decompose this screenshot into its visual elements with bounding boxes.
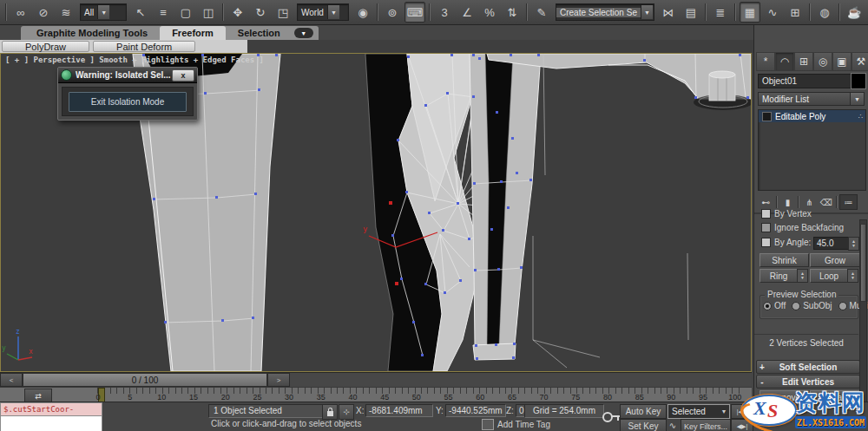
schematic-view-icon[interactable]: ⊞ — [785, 2, 806, 23]
radio-icon[interactable] — [763, 302, 772, 310]
collapse-icon[interactable]: - — [757, 377, 767, 387]
angle-snap-icon[interactable]: ∠ — [457, 2, 477, 23]
maxscript-listener-line[interactable]: $.cutStartCoor- — [0, 402, 102, 416]
shrink-button[interactable]: Shrink — [760, 253, 809, 267]
grow-button[interactable]: Grow — [810, 253, 860, 267]
material-editor-icon[interactable]: ◍ — [814, 2, 835, 23]
radio-icon[interactable] — [838, 302, 847, 310]
tab-polydraw[interactable]: PolyDraw — [2, 41, 89, 52]
graphite-ribbon-toggle-icon[interactable]: ▦ — [740, 2, 760, 23]
hierarchy-tab-icon[interactable]: ⊞ — [794, 52, 813, 71]
spinner-down-icon[interactable]: ▼ — [852, 244, 856, 248]
auto-key-button[interactable]: Auto Key — [620, 404, 667, 419]
edit-named-selections-icon[interactable]: ✎ — [531, 2, 552, 23]
checkbox-icon[interactable] — [761, 238, 771, 247]
viewport-label[interactable]: [ + ] Perspective ] Smooth + Highlights … — [5, 56, 264, 64]
ring-spinner[interactable]: ▲ ▼ — [797, 269, 808, 283]
checkbox-icon[interactable] — [761, 209, 771, 219]
tab-selection[interactable]: Selection — [226, 26, 293, 40]
radio-subobj[interactable]: SubObj — [792, 301, 832, 310]
edit-vertices-rollout[interactable]: - Edit Vertices — [756, 375, 860, 389]
dialog-titlebar[interactable]: Warning: Isolated Sel... x — [58, 68, 197, 83]
spinner-snap-icon[interactable]: ⇅ — [502, 2, 523, 23]
loop-spinner[interactable]: ▲ ▼ — [847, 269, 858, 283]
chevron-down-icon[interactable]: ▼ — [327, 5, 339, 19]
layer-manager-icon[interactable]: ≣ — [710, 2, 731, 23]
spinner-down-icon[interactable]: ▼ — [851, 276, 855, 280]
soft-selection-rollout[interactable]: + Soft Selection — [756, 360, 860, 374]
loop-button[interactable]: Loop — [810, 269, 848, 283]
window-crossing-icon[interactable]: ◫ — [198, 2, 219, 23]
previous-frame-button[interactable]: < — [0, 373, 23, 387]
angle-spinner[interactable]: ▲ ▼ — [848, 237, 859, 251]
remove-modifier-icon[interactable]: ⌫ — [818, 195, 834, 209]
ring-button[interactable]: Ring — [760, 269, 798, 283]
by-vertex-checkbox[interactable]: By Vertex — [761, 209, 812, 219]
set-key-button[interactable]: Set Key — [620, 419, 667, 431]
modify-tab-icon[interactable]: ◠ — [775, 52, 794, 71]
modifier-stack[interactable]: Editable Poly ∴ — [758, 109, 866, 191]
object-color-swatch[interactable] — [851, 73, 866, 89]
exit-isolation-mode-button[interactable]: Exit Isolation Mode — [69, 92, 187, 112]
scrollbar-thumb[interactable] — [860, 224, 866, 302]
select-and-rotate-icon[interactable]: ↻ — [250, 2, 271, 23]
by-angle-checkbox[interactable]: By Angle: — [761, 238, 811, 247]
tab-graphite-modeling-tools[interactable]: Graphite Modeling Tools — [24, 26, 160, 40]
tab-paint-deform[interactable]: Paint Deform — [93, 41, 195, 52]
selection-lock-icon[interactable] — [322, 404, 338, 420]
angle-value-field[interactable]: 45.0 — [813, 237, 849, 250]
select-by-name-icon[interactable]: ≡ — [153, 2, 174, 23]
display-tab-icon[interactable]: ▣ — [832, 52, 852, 71]
render-setup-icon[interactable]: ☕ — [844, 2, 865, 23]
align-icon[interactable]: ▤ — [681, 2, 701, 23]
bind-to-space-warp-icon[interactable]: ≋ — [56, 2, 76, 23]
rectangular-selection-icon[interactable]: ▢ — [175, 2, 196, 23]
track-bar[interactable]: ⇄ 05101520253035404550556065707580859095… — [0, 387, 752, 402]
curve-editor-icon[interactable]: ∿ — [762, 2, 783, 23]
absolute-mode-icon[interactable]: ⊹ — [339, 404, 354, 420]
maxscript-listener-input[interactable] — [0, 416, 102, 431]
use-pivot-center-icon[interactable]: ◉ — [352, 2, 373, 23]
stack-item-editable-poly[interactable]: Editable Poly ∴ — [759, 110, 865, 122]
named-selection-dropdown[interactable]: Create Selection Se ▼ — [556, 3, 654, 21]
expand-icon[interactable]: + — [757, 362, 767, 372]
ignore-backfacing-checkbox[interactable]: Ignore Backfacing — [761, 223, 844, 232]
time-slider-handle[interactable]: 0 / 100 — [23, 373, 267, 387]
radio-off[interactable]: Off — [763, 301, 786, 310]
mirror-icon[interactable]: ⋈ — [658, 2, 679, 23]
ribbon-minimize-icon[interactable]: ▼ — [294, 28, 313, 38]
modifier-toggle-icon[interactable] — [762, 112, 772, 121]
reference-coordinate-dropdown[interactable]: World ▼ — [297, 3, 349, 21]
select-and-link-icon[interactable]: ∞ — [10, 2, 31, 23]
radio-icon[interactable] — [792, 302, 800, 310]
tab-freeform[interactable]: Freeform — [160, 26, 226, 40]
snaps-toggle-icon[interactable]: 3 — [434, 2, 455, 23]
percent-snap-icon[interactable]: % — [479, 2, 500, 23]
chevron-down-icon[interactable]: ▼ — [97, 5, 109, 19]
make-unique-icon[interactable]: ⋔ — [801, 195, 818, 209]
spinner-down-icon[interactable]: ▼ — [800, 276, 805, 280]
object-name-field[interactable]: Object01 — [758, 74, 853, 88]
default-in-out-tangent-icon[interactable]: ∿ — [667, 419, 679, 431]
chevron-down-icon[interactable]: ▼ — [641, 5, 653, 19]
select-and-move-icon[interactable]: ✥ — [227, 2, 248, 23]
pin-stack-icon[interactable]: ⊷ — [758, 195, 774, 209]
select-and-scale-icon[interactable]: ◳ — [273, 2, 293, 23]
select-and-manipulate-icon[interactable]: ⊚ — [382, 2, 403, 23]
chevron-down-icon[interactable]: ▼ — [851, 92, 865, 106]
motion-tab-icon[interactable]: ◎ — [813, 52, 832, 71]
add-time-tag[interactable]: Add Time Tag — [480, 418, 577, 430]
next-frame-button[interactable]: > — [267, 373, 290, 387]
key-filters-button[interactable]: Key Filters... — [681, 419, 731, 431]
y-coord-field[interactable]: -9440.525mm — [445, 404, 506, 417]
selection-filter-dropdown[interactable]: All ▼ — [80, 3, 127, 21]
unlink-selection-icon[interactable]: ⊘ — [33, 2, 54, 23]
keyboard-shortcut-override-icon[interactable]: ⌨ — [404, 2, 425, 23]
create-tab-icon[interactable]: * — [756, 52, 775, 71]
modifier-list-dropdown[interactable]: Modifier List ▼ — [758, 92, 865, 106]
utilities-tab-icon[interactable]: ⚒ — [852, 52, 868, 71]
select-object-icon[interactable]: ↖ — [130, 2, 151, 23]
show-end-result-icon[interactable]: ▮ — [779, 195, 796, 209]
checkbox-icon[interactable] — [761, 223, 771, 232]
x-coord-field[interactable]: -8681.409mm — [365, 404, 433, 417]
